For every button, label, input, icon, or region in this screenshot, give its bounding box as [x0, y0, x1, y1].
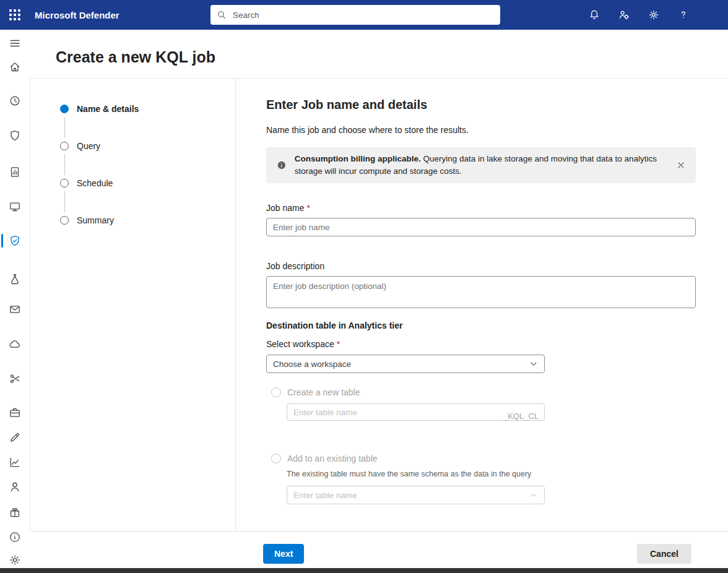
create-table-radio[interactable] — [271, 387, 281, 397]
topbar-icon-group — [579, 0, 698, 30]
sidebar-item-shield-check[interactable] — [0, 231, 30, 251]
required-asterisk: * — [306, 203, 310, 213]
waffle-icon — [9, 9, 20, 20]
sidebar-item-devices[interactable] — [0, 197, 30, 217]
sidebar-item-person[interactable] — [0, 477, 30, 497]
page-header: Create a new KQL job — [30, 30, 728, 79]
step-label: Query — [77, 141, 100, 151]
help-icon — [678, 9, 689, 20]
mail-icon — [9, 303, 21, 316]
topbar-settings-button[interactable] — [639, 0, 669, 30]
section-heading: Enter Job name and details — [266, 98, 427, 112]
job-description-label: Job description — [266, 261, 696, 272]
report-icon — [9, 166, 21, 178]
chart-icon — [9, 456, 21, 468]
wizard-panel: Name & detailsQueryScheduleSummary — [30, 78, 236, 531]
left-nav — [0, 30, 30, 568]
sidebar-item-home[interactable] — [0, 57, 30, 77]
settings-icon — [648, 9, 659, 20]
chevron-down-icon — [529, 360, 538, 368]
banner-text: Consumption billing applicable. Querying… — [295, 153, 657, 178]
next-button[interactable]: Next — [263, 544, 304, 564]
sidebar-item-scissors[interactable] — [0, 369, 30, 389]
cancel-button[interactable]: Cancel — [637, 544, 691, 564]
existing-table-dropdown[interactable]: Enter table name — [287, 486, 545, 504]
existing-table-helper: The existing table must have the same sc… — [287, 470, 545, 479]
sidebar-item-briefcase[interactable] — [0, 403, 30, 423]
scissors-icon — [9, 373, 21, 385]
info-icon — [277, 159, 286, 171]
wizard-step-schedule[interactable]: Schedule — [60, 177, 235, 189]
existing-table-dropdown-value: Enter table name — [293, 491, 357, 500]
chevron-down-icon — [529, 491, 538, 499]
section-subheading: Name this job and choose where to store … — [266, 125, 469, 135]
briefcase-icon — [9, 407, 21, 419]
sidebar-item-shield[interactable] — [0, 126, 30, 145]
flask-icon — [9, 273, 21, 285]
topbar-help-button[interactable] — [669, 0, 698, 30]
defender-app: Microsoft Defender Create a new KQL job … — [0, 0, 728, 573]
sidebar-item-mail[interactable] — [0, 299, 30, 319]
nav-collapse-button[interactable] — [0, 33, 30, 53]
existing-table-label: Add to an existing table — [287, 454, 378, 463]
job-description-input[interactable] — [266, 276, 696, 308]
job-name-label: Job name* — [266, 203, 696, 213]
home-icon — [9, 61, 21, 73]
sidebar-item-clock[interactable] — [0, 91, 30, 111]
job-name-input[interactable] — [266, 218, 696, 236]
step-connector — [64, 117, 65, 138]
existing-table-option[interactable]: Add to an existing table — [266, 454, 545, 463]
info-icon — [9, 531, 21, 543]
search-input[interactable] — [232, 10, 494, 20]
step-indicator — [60, 179, 69, 187]
destination-heading: Destination table in Analytics tier — [266, 321, 402, 330]
sidebar-item-gift[interactable] — [0, 502, 30, 522]
wizard-step-name-details[interactable]: Name & details — [60, 103, 235, 115]
step-indicator — [60, 216, 69, 225]
sidebar-item-gear[interactable] — [0, 550, 30, 568]
step-indicator — [60, 142, 69, 150]
banner-close-button[interactable] — [675, 159, 687, 171]
shield-icon — [9, 129, 21, 142]
search-box[interactable] — [210, 5, 500, 25]
step-label: Summary — [77, 215, 114, 225]
step-label: Name & details — [77, 104, 139, 114]
close-icon — [677, 161, 685, 170]
create-table-label: Create a new table — [287, 387, 360, 397]
notifications-icon — [589, 9, 600, 20]
sidebar-item-info[interactable] — [0, 527, 30, 547]
shield-check-icon — [9, 235, 21, 247]
wizard-footer: Next Cancel — [30, 531, 728, 569]
gear-icon — [9, 554, 21, 566]
wizard-page-content: Enter Job name and details Name this job… — [266, 78, 696, 531]
banner-title: Consumption billing applicable. — [295, 154, 421, 163]
cloud-icon — [9, 338, 21, 350]
create-table-option[interactable]: Create a new table — [266, 387, 545, 397]
wizard-step-query[interactable]: Query — [60, 140, 235, 152]
workspace-label: Select workspace* — [266, 339, 545, 350]
pencil-icon — [9, 431, 21, 444]
sidebar-item-cloud[interactable] — [0, 334, 30, 354]
step-indicator — [60, 105, 69, 113]
devices-icon — [9, 200, 21, 213]
sidebar-item-chart[interactable] — [0, 452, 30, 472]
workspace-dropdown[interactable]: Choose a workspace — [266, 355, 545, 373]
wizard-step-summary[interactable]: Summary — [60, 214, 235, 226]
info-banner: Consumption billing applicable. Querying… — [266, 147, 696, 183]
search-icon — [217, 10, 227, 20]
gift-icon — [9, 506, 21, 519]
clock-icon — [9, 95, 21, 107]
workspace-dropdown-value: Choose a workspace — [273, 360, 351, 369]
step-connector — [64, 191, 65, 212]
sidebar-item-pencil[interactable] — [0, 428, 30, 447]
required-asterisk: * — [337, 339, 340, 349]
app-launcher-button[interactable] — [0, 0, 30, 30]
page-title: Create a new KQL job — [30, 30, 728, 66]
sidebar-item-flask[interactable] — [0, 269, 30, 289]
sidebar-item-report[interactable] — [0, 162, 30, 182]
step-connector — [64, 154, 65, 175]
topbar-user-settings-button[interactable] — [609, 0, 639, 30]
topbar-notifications-button[interactable] — [579, 0, 609, 30]
step-label: Schedule — [77, 178, 113, 188]
existing-table-radio[interactable] — [271, 454, 281, 463]
